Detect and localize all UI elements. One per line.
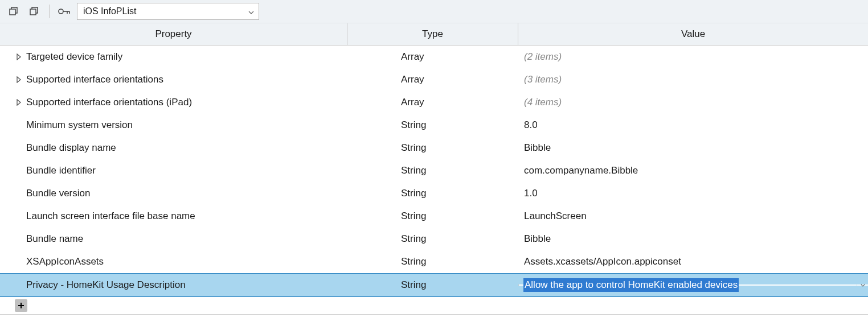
- type-cell: String: [401, 211, 426, 222]
- add-row-button[interactable]: [15, 299, 27, 312]
- type-cell: String: [401, 165, 426, 176]
- column-header-label: Type: [422, 28, 443, 40]
- expander-placeholder: [15, 144, 23, 152]
- expand-all-icon[interactable]: [26, 3, 42, 19]
- expander-placeholder: [15, 235, 23, 243]
- chevron-down-icon: [248, 6, 254, 16]
- expander-placeholder: [15, 121, 23, 129]
- property-cell: Supported interface orientations: [26, 74, 163, 85]
- type-cell: Array: [401, 51, 424, 63]
- table-row[interactable]: Bundle display nameStringBibble: [0, 137, 868, 159]
- property-cell: Bundle identifier: [26, 165, 96, 176]
- type-cell: Array: [401, 74, 424, 85]
- property-cell: Bundle name: [26, 233, 83, 245]
- property-cell: Minimum system version: [26, 119, 133, 131]
- expander-placeholder: [15, 212, 23, 220]
- value-cell: (2 items): [524, 51, 562, 63]
- property-grid: Property Type Value Targeted device fami…: [0, 23, 868, 315]
- property-cell: Privacy - HomeKit Usage Description: [26, 279, 186, 291]
- expander-placeholder: [15, 281, 23, 289]
- value-cell: (4 items): [524, 97, 562, 108]
- value-cell: 8.0: [524, 119, 538, 131]
- grid-body: Targeted device familyArray(2 items)Supp…: [0, 46, 868, 273]
- expander-placeholder: [15, 258, 23, 266]
- table-row[interactable]: Supported interface orientationsArray(3 …: [0, 68, 868, 91]
- expander-placeholder: [15, 167, 23, 175]
- table-row-selected[interactable]: Privacy - HomeKit Usage Description Stri…: [0, 273, 868, 297]
- property-cell: Launch screen interface file base name: [26, 211, 195, 222]
- svg-rect-1: [30, 9, 36, 15]
- column-header-label: Value: [681, 28, 705, 40]
- value-editor[interactable]: Allow the app to control HomeKit enabled…: [518, 284, 868, 286]
- expander-placeholder: [15, 189, 23, 197]
- toolbar: iOS InfoPList: [0, 0, 868, 23]
- key-icon[interactable]: [56, 3, 72, 19]
- svg-point-2: [59, 9, 63, 14]
- collapse-all-icon[interactable]: [6, 3, 22, 19]
- value-cell: (3 items): [524, 74, 562, 85]
- type-cell: String: [401, 119, 426, 131]
- table-row[interactable]: Launch screen interface file base nameSt…: [0, 205, 868, 228]
- value-cell: Assets.xcassets/AppIcon.appiconset: [524, 256, 681, 267]
- property-cell: XSAppIconAssets: [26, 256, 104, 267]
- type-cell: String: [401, 142, 426, 154]
- value-cell: 1.0: [524, 188, 538, 199]
- property-cell: Supported interface orientations (iPad): [26, 97, 192, 108]
- value-cell: Bibble: [524, 233, 551, 245]
- grid-footer: [0, 297, 868, 314]
- table-row[interactable]: Bundle versionString1.0: [0, 182, 868, 205]
- type-cell: Array: [401, 97, 424, 108]
- scheme-select[interactable]: iOS InfoPList: [77, 3, 259, 20]
- value-cell: LaunchScreen: [524, 211, 587, 222]
- value-cell: Bibble: [524, 142, 551, 154]
- grid-bottom-border: [0, 314, 868, 315]
- table-row[interactable]: Targeted device familyArray(2 items): [0, 46, 868, 68]
- table-row[interactable]: Bundle identifierStringcom.companyname.B…: [0, 159, 868, 182]
- chevron-down-icon[interactable]: [857, 284, 868, 286]
- expander-icon[interactable]: [15, 98, 23, 106]
- property-cell: Targeted device family: [26, 51, 122, 63]
- table-row[interactable]: Supported interface orientations (iPad)A…: [0, 91, 868, 114]
- value-editor-text: Allow the app to control HomeKit enabled…: [523, 278, 739, 292]
- expander-icon[interactable]: [15, 76, 23, 84]
- table-row[interactable]: Minimum system versionString8.0: [0, 114, 868, 137]
- property-cell: Bundle version: [26, 188, 90, 199]
- type-cell: String: [401, 279, 426, 291]
- column-header-label: Property: [155, 28, 191, 40]
- table-row[interactable]: XSAppIconAssetsStringAssets.xcassets/App…: [0, 250, 868, 273]
- column-header-property[interactable]: Property: [0, 23, 347, 45]
- scheme-select-label: iOS InfoPList: [83, 6, 136, 16]
- expander-icon[interactable]: [15, 53, 23, 61]
- table-row[interactable]: Bundle nameStringBibble: [0, 228, 868, 250]
- type-cell: String: [401, 256, 426, 267]
- svg-rect-0: [10, 9, 15, 15]
- toolbar-separator: [49, 5, 50, 18]
- value-cell: com.companyname.Bibble: [524, 165, 638, 176]
- grid-header: Property Type Value: [0, 23, 868, 46]
- column-header-type[interactable]: Type: [347, 23, 518, 45]
- type-cell: String: [401, 188, 426, 199]
- column-header-value[interactable]: Value: [518, 23, 868, 45]
- property-cell: Bundle display name: [26, 142, 116, 154]
- type-cell: String: [401, 233, 426, 245]
